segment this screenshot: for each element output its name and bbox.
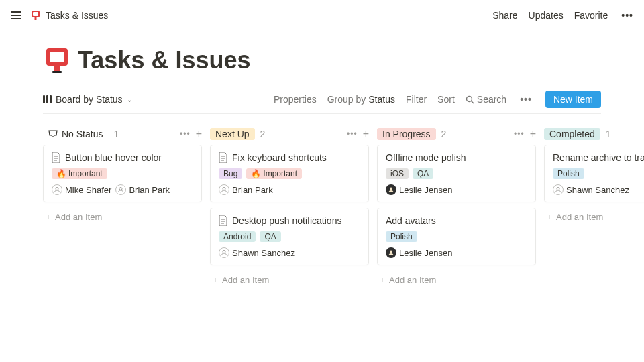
tag-label: Android (223, 232, 251, 241)
avatar (386, 184, 396, 195)
tag-android: Android (219, 231, 256, 242)
groupby-label: Group by (327, 94, 366, 105)
fire-icon: 🔥 (56, 169, 66, 178)
column-header: Next Up 2 •••+ (210, 123, 369, 145)
page-icon-small (30, 9, 42, 21)
svg-point-23 (390, 251, 392, 253)
add-item-button[interactable]: + Add an Item (377, 271, 536, 289)
add-item-button[interactable]: + Add an Item (544, 208, 644, 226)
tag-label: Polish (390, 232, 413, 241)
card[interactable]: Fix keyboard shortcuts Bug🔥Important Bri… (210, 145, 369, 202)
card-assignees: Shawn Sanchez (219, 247, 360, 258)
column-add-icon[interactable]: + (363, 128, 369, 140)
add-item-button[interactable]: + Add an Item (43, 208, 202, 226)
page-title[interactable]: Tasks & Issues (78, 46, 250, 74)
column-name[interactable]: Completed (544, 128, 600, 140)
tag-polish: Polish (386, 231, 417, 242)
favorite-button[interactable]: Favorite (574, 10, 608, 21)
more-menu-icon[interactable]: ••• (619, 7, 636, 23)
new-item-button[interactable]: New Item (545, 90, 601, 108)
column-more-icon[interactable]: ••• (514, 129, 525, 139)
column-name[interactable]: No Status (43, 128, 108, 140)
tag-qa: QA (413, 168, 433, 179)
card-title: Add avatars (386, 215, 436, 226)
page: Tasks & Issues Board by Status ⌄ Propert… (0, 30, 644, 289)
tag-label: QA (264, 232, 276, 241)
card-tags: AndroidQA (219, 231, 360, 242)
assignee: Shawn Sanchez (553, 184, 629, 195)
card-title-row: Button blue hover color (52, 152, 193, 163)
breadcrumb-label: Tasks & Issues (46, 10, 108, 21)
assignee-name: Brian Park (232, 185, 273, 195)
menu-toggle[interactable] (8, 9, 24, 22)
column-more-icon[interactable]: ••• (180, 129, 191, 139)
svg-point-24 (557, 188, 559, 190)
column-actions: •••+ (347, 128, 369, 140)
card-tags: Polish (553, 168, 644, 179)
card[interactable]: Desktop push notifications AndroidQA Sha… (210, 208, 369, 265)
column-add-icon[interactable]: + (530, 128, 536, 140)
card-title-row: Offline mode polish (386, 152, 527, 163)
tag-qa: QA (260, 231, 280, 242)
avatar (52, 184, 62, 195)
sort-button[interactable]: Sort (437, 94, 455, 105)
assignee: Shawn Sanchez (219, 247, 295, 258)
view-selector[interactable]: Board by Status ⌄ (43, 94, 132, 105)
search-button[interactable]: Search (466, 94, 506, 105)
column-more-icon[interactable]: ••• (347, 129, 358, 139)
svg-line-8 (471, 101, 474, 103)
board-column: Next Up 2 •••+ Fix keyboard shortcuts Bu… (210, 123, 369, 289)
board-column: Completed 1 Rename archive to trash Poli… (544, 123, 644, 289)
svg-point-22 (390, 188, 392, 190)
card-assignees: Leslie Jensen (386, 247, 527, 258)
view-more-icon[interactable]: ••• (517, 91, 535, 107)
tag-important: 🔥Important (246, 168, 302, 179)
column-add-icon[interactable]: + (196, 128, 202, 140)
search-icon (466, 95, 474, 104)
filter-button[interactable]: Filter (406, 94, 427, 105)
groupby-value: Status (368, 94, 395, 105)
assignee: Brian Park (219, 184, 273, 195)
groupby-button[interactable]: Group by Status (327, 94, 395, 105)
page-icon[interactable] (43, 46, 71, 74)
card-tags: Bug🔥Important (219, 168, 360, 179)
tag-important: 🔥Important (52, 168, 107, 179)
topbar: Tasks & Issues Share Updates Favorite ••… (0, 0, 644, 30)
avatar (553, 184, 564, 195)
breadcrumb[interactable]: Tasks & Issues (30, 9, 108, 21)
view-toolbar: Board by Status ⌄ Properties Group by St… (43, 90, 601, 114)
updates-button[interactable]: Updates (529, 10, 564, 21)
tag-label: Important (68, 169, 103, 178)
avatar (386, 247, 396, 258)
fire-icon: 🔥 (251, 169, 261, 178)
card-tags: iOSQA (386, 168, 527, 179)
card[interactable]: Rename archive to trash Polish Shawn San… (544, 145, 644, 202)
tag-ios: iOS (386, 168, 409, 179)
share-button[interactable]: Share (492, 10, 517, 21)
card[interactable]: Offline mode polish iOSQA Leslie Jensen (377, 145, 536, 202)
assignee-name: Shawn Sanchez (566, 185, 629, 195)
svg-point-21 (223, 251, 225, 253)
card-title-row: Fix keyboard shortcuts (219, 152, 360, 163)
properties-button[interactable]: Properties (274, 94, 317, 105)
view-controls: Properties Group by Status Filter Sort S… (274, 90, 601, 108)
add-item-button[interactable]: + Add an Item (210, 271, 369, 289)
svg-rect-2 (35, 17, 37, 20)
column-actions: •••+ (180, 128, 202, 140)
chevron-down-icon: ⌄ (127, 96, 132, 103)
card-title: Offline mode polish (386, 152, 466, 163)
column-name[interactable]: In Progress (377, 128, 436, 140)
document-icon (219, 215, 228, 226)
card-tags: 🔥Important (52, 168, 193, 179)
card[interactable]: Button blue hover color 🔥Important Mike … (43, 145, 202, 202)
document-icon (219, 152, 228, 163)
card-title-row: Rename archive to trash (553, 152, 644, 163)
avatar (219, 184, 229, 195)
column-name[interactable]: Next Up (210, 128, 255, 140)
board-column: In Progress 2 •••+ Offline mode polish i… (377, 123, 536, 289)
card[interactable]: Add avatars Polish Leslie Jensen (377, 208, 536, 265)
card-assignees: Leslie Jensen (386, 184, 527, 195)
column-header: Completed 1 (544, 123, 644, 145)
card-title-row: Desktop push notifications (219, 215, 360, 226)
column-count: 1 (113, 129, 119, 139)
